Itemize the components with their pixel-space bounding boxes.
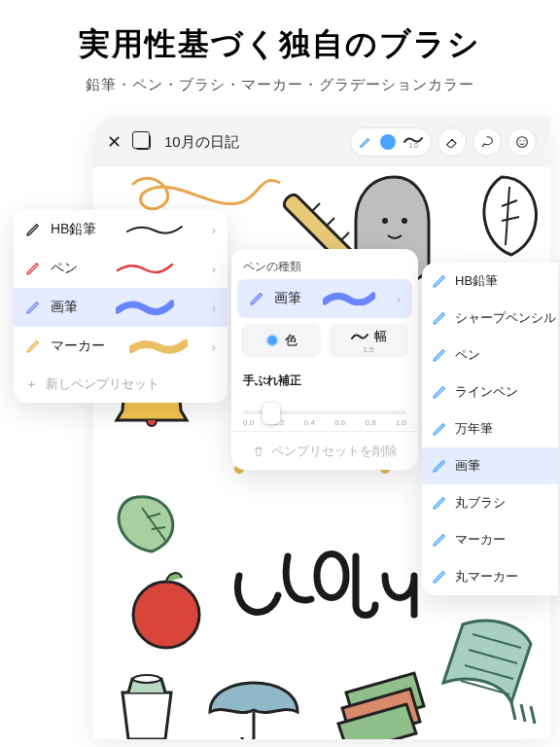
width-label: 幅 bbox=[374, 328, 387, 345]
stabilize-heading: 手ぶれ補正 bbox=[231, 363, 418, 393]
preset-row[interactable]: ペン› bbox=[14, 249, 228, 288]
brush-preset-panel: HB鉛筆›ペン›画筆›マーカー› ＋ 新しペンプリセット bbox=[14, 210, 228, 403]
eraser-icon bbox=[444, 134, 460, 150]
trash-icon bbox=[252, 445, 265, 458]
pen-type-row[interactable]: 画筆 bbox=[422, 447, 558, 484]
svg-point-1 bbox=[519, 140, 520, 141]
chevron-right-icon: › bbox=[212, 339, 216, 354]
preset-label: 画筆 bbox=[51, 299, 78, 316]
pen-type-label: 万年筆 bbox=[455, 420, 493, 438]
pen-type-label: 丸ブラシ bbox=[455, 494, 506, 512]
hero-title: 実用性基づく独自のブラシ bbox=[19, 23, 541, 66]
chevron-right-icon: › bbox=[212, 223, 216, 237]
slider-tick: 0.8 bbox=[366, 418, 376, 427]
pen-type-row[interactable]: ラインペン bbox=[422, 374, 558, 410]
pen-type-heading: ペンの種類 bbox=[231, 249, 418, 279]
chevron-right-icon: › bbox=[212, 301, 216, 315]
delete-preset-label: ペンプリセットを削除 bbox=[271, 443, 398, 460]
slider-tick: 1.0 bbox=[396, 418, 406, 427]
pencil-icon bbox=[432, 310, 447, 326]
stroke-preview-icon bbox=[116, 261, 174, 276]
pencil-icon bbox=[432, 495, 447, 511]
color-label: 色 bbox=[285, 332, 298, 349]
eraser-button[interactable] bbox=[438, 127, 467, 157]
pen-type-label: シャープペンシル bbox=[455, 309, 556, 327]
pen-type-row[interactable]: HB鉛筆 bbox=[422, 263, 558, 300]
chevron-right-icon: › bbox=[212, 262, 216, 276]
plus-icon: ＋ bbox=[25, 375, 38, 393]
color-selector[interactable]: 色 bbox=[241, 324, 321, 357]
stroke-preview-icon bbox=[129, 338, 188, 354]
svg-point-4 bbox=[402, 218, 407, 224]
brush-detail-panel: ペンの種類 画筆 › 色 幅 1.5 手ぶれ補正 0.00.20.40.60.8… bbox=[231, 249, 418, 470]
slider-thumb[interactable] bbox=[262, 403, 280, 424]
width-value: 1.5 bbox=[363, 345, 373, 354]
smiley-icon bbox=[514, 134, 530, 150]
pen-type-list-panel: HB鉛筆シャープペンシルペンラインペン万年筆画筆丸ブラシマーカー丸マーカー bbox=[422, 263, 558, 595]
hero-subtitle: 鉛筆・ペン・ブラシ・マーカー・グラデーションカラー bbox=[19, 76, 541, 94]
document-title[interactable]: 10月の日記 bbox=[164, 133, 239, 152]
slider-tick: 0.0 bbox=[243, 418, 254, 427]
svg-point-6 bbox=[133, 675, 160, 683]
stroke-width-label: 1.0 bbox=[408, 142, 418, 149]
pen-type-label: HB鉛筆 bbox=[455, 272, 498, 290]
stroke-preview-icon bbox=[116, 300, 174, 315]
preset-label: ペン bbox=[51, 260, 78, 277]
stroke-preview-icon bbox=[125, 222, 184, 237]
preset-label: マーカー bbox=[51, 338, 105, 355]
brush-type-row[interactable]: 画筆 › bbox=[237, 279, 412, 318]
pencil-icon bbox=[432, 273, 447, 289]
pencil-icon bbox=[432, 347, 447, 363]
lasso-icon bbox=[479, 134, 495, 150]
brush-settings-pill[interactable]: 1.0 bbox=[350, 127, 432, 157]
slider-tick: 0.6 bbox=[334, 418, 345, 427]
pen-type-row[interactable]: シャープペンシル bbox=[422, 300, 558, 337]
stabilize-slider[interactable] bbox=[243, 410, 406, 414]
pen-type-label: マーカー bbox=[455, 531, 506, 549]
pen-type-row[interactable]: 丸マーカー bbox=[422, 558, 558, 595]
pencil-icon bbox=[359, 135, 372, 149]
brush-stroke-preview bbox=[323, 292, 375, 305]
pencil-icon bbox=[249, 291, 264, 306]
pen-type-label: 画筆 bbox=[455, 457, 480, 475]
lasso-button[interactable] bbox=[472, 127, 502, 157]
slider-tick: 0.4 bbox=[304, 418, 315, 427]
preset-row[interactable]: HB鉛筆› bbox=[14, 210, 228, 249]
preset-label: HB鉛筆 bbox=[51, 221, 96, 238]
brush-type-label: 画筆 bbox=[274, 290, 301, 307]
pencil-icon bbox=[432, 384, 447, 400]
toolbar: ✕ 10月の日記 1.0 bbox=[93, 117, 550, 167]
pencil-icon bbox=[432, 532, 447, 548]
svg-point-0 bbox=[517, 137, 528, 148]
svg-point-3 bbox=[382, 218, 388, 224]
svg-point-5 bbox=[133, 582, 199, 648]
pencil-icon bbox=[432, 458, 447, 474]
color-dot-icon bbox=[265, 334, 279, 347]
pen-type-row[interactable]: 万年筆 bbox=[422, 410, 558, 447]
width-wave-icon bbox=[351, 333, 368, 340]
sticker-button[interactable] bbox=[508, 127, 537, 157]
pencil-icon bbox=[25, 300, 41, 315]
pen-type-label: 丸マーカー bbox=[455, 568, 518, 586]
pencil-icon bbox=[25, 261, 41, 276]
add-preset-label: 新しペンプリセット bbox=[46, 375, 159, 393]
pencil-icon bbox=[432, 421, 447, 437]
pencil-icon bbox=[25, 222, 41, 237]
preset-row[interactable]: マーカー› bbox=[14, 327, 228, 366]
pencil-icon bbox=[25, 338, 41, 354]
pen-type-row[interactable]: ペン bbox=[422, 337, 558, 374]
pen-type-row[interactable]: 丸ブラシ bbox=[422, 484, 558, 521]
pen-type-label: ラインペン bbox=[455, 383, 518, 401]
width-selector[interactable]: 幅 1.5 bbox=[329, 324, 408, 357]
pen-type-row[interactable]: マーカー bbox=[422, 521, 558, 558]
duplicate-icon[interactable] bbox=[135, 134, 151, 150]
color-swatch-icon bbox=[380, 134, 396, 150]
close-button[interactable]: ✕ bbox=[107, 131, 122, 153]
pen-type-label: ペン bbox=[455, 346, 480, 364]
pencil-icon bbox=[432, 569, 447, 585]
delete-preset-button[interactable]: ペンプリセットを削除 bbox=[231, 431, 418, 470]
svg-point-2 bbox=[523, 140, 524, 141]
add-preset-button[interactable]: ＋ 新しペンプリセット bbox=[14, 366, 228, 403]
chevron-right-icon: › bbox=[397, 292, 401, 306]
preset-row[interactable]: 画筆› bbox=[14, 288, 228, 327]
